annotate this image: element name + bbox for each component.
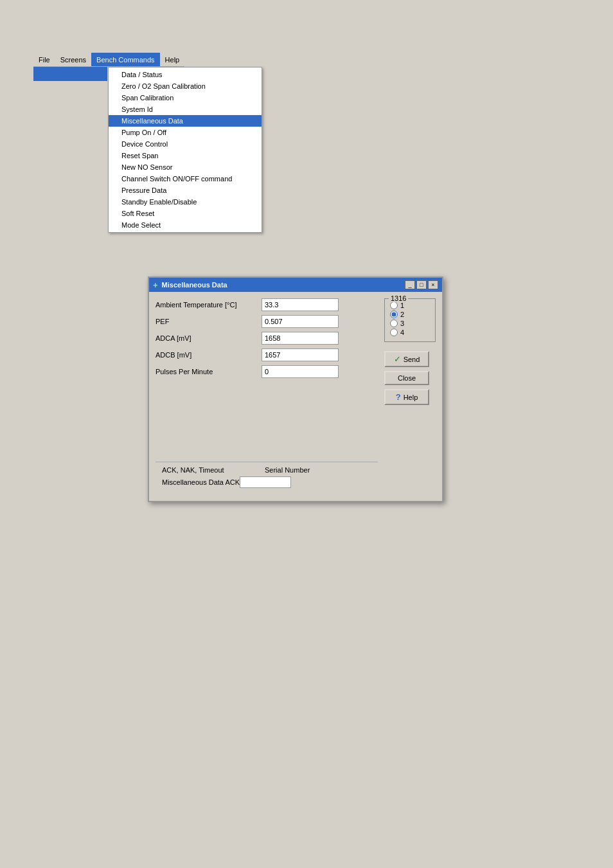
dropdown-menu: Data / Status Zero / O2 Span Calibration… xyxy=(108,67,262,233)
close-window-button[interactable]: × xyxy=(428,280,438,289)
adca-input[interactable] xyxy=(262,332,339,345)
menu-item-new-no-sensor[interactable]: New NO Sensor xyxy=(109,161,262,173)
pef-input[interactable] xyxy=(262,315,339,328)
menu-item-standby[interactable]: Standby Enable/Disable xyxy=(109,196,262,208)
help-label: Help xyxy=(404,393,418,401)
adca-label: ADCA [mV] xyxy=(155,334,262,342)
channel-radio-1: 1 xyxy=(390,302,430,309)
misc-ack-row: Miscellaneous Data ACK xyxy=(162,476,371,488)
menu-screens[interactable]: Screens xyxy=(55,53,91,66)
close-label: Close xyxy=(398,374,416,382)
adcb-input[interactable] xyxy=(262,348,339,361)
menu-item-system-id[interactable]: System Id xyxy=(109,104,262,115)
dialog-title: + Miscellaneous Data xyxy=(153,280,227,290)
send-label: Send xyxy=(404,356,420,363)
adcb-row: ADCB [mV] xyxy=(155,348,378,361)
channel-group: 1316 1 2 3 4 xyxy=(384,298,436,342)
close-button[interactable]: Close xyxy=(384,371,429,385)
spacer xyxy=(155,382,378,459)
ambient-temp-row: Ambient Temperature [°C] xyxy=(155,298,378,311)
pef-label: PEF xyxy=(155,318,262,325)
channel-group-title: 1316 xyxy=(389,294,408,302)
adca-row: ADCA [mV] xyxy=(155,332,378,345)
restore-button[interactable]: □ xyxy=(416,280,427,289)
channel-radio-input-2[interactable] xyxy=(390,311,398,318)
menu-item-pressure-data[interactable]: Pressure Data xyxy=(109,185,262,196)
minimize-button[interactable]: _ xyxy=(405,280,415,289)
dialog-titlebar: + Miscellaneous Data _ □ × xyxy=(149,278,442,292)
help-button[interactable]: ? Help xyxy=(384,389,429,405)
menu-item-mode-select[interactable]: Mode Select xyxy=(109,219,262,231)
channel-radio-label-3: 3 xyxy=(400,320,404,327)
channel-radio-input-4[interactable] xyxy=(390,329,398,336)
pulses-per-min-label: Pulses Per Minute xyxy=(155,368,262,375)
menu-help[interactable]: Help xyxy=(160,53,185,66)
menu-bench-commands[interactable]: Bench Commands xyxy=(91,53,160,66)
channel-radio-label-4: 4 xyxy=(400,329,404,336)
checkmark-icon: ✓ xyxy=(394,354,401,364)
misc-ack-input[interactable] xyxy=(240,476,291,488)
menu-item-zero-o2-span[interactable]: Zero / O2 Span Calibration xyxy=(109,80,262,92)
serial-number-label: Serial Number xyxy=(265,466,310,474)
title-plus-icon: + xyxy=(153,280,158,290)
dialog-body: Ambient Temperature [°C] PEF ADCA [mV] A… xyxy=(149,292,442,501)
send-button[interactable]: ✓ Send xyxy=(384,351,429,367)
menu-file[interactable]: File xyxy=(33,53,55,66)
dialog-title-text: Miscellaneous Data xyxy=(162,281,227,289)
channel-radio-4: 4 xyxy=(390,329,430,336)
channel-radio-3: 3 xyxy=(390,320,430,327)
miscellaneous-data-dialog: + Miscellaneous Data _ □ × Ambient Tempe… xyxy=(148,276,443,502)
channel-radio-input-3[interactable] xyxy=(390,320,398,327)
misc-ack-label: Miscellaneous Data ACK xyxy=(162,478,240,486)
adcb-label: ADCB [mV] xyxy=(155,351,262,359)
menu-item-device-control[interactable]: Device Control xyxy=(109,138,262,150)
channel-radio-input-1[interactable] xyxy=(390,302,398,309)
menu-item-misc-data[interactable]: Miscellaneous Data xyxy=(109,115,262,127)
menu-item-pump-on-off[interactable]: Pump On / Off xyxy=(109,127,262,138)
channel-radio-2: 2 xyxy=(390,311,430,318)
pulses-per-min-row: Pulses Per Minute xyxy=(155,365,378,378)
dialog-sidebar: 1316 1 2 3 4 ✓ xyxy=(384,298,436,494)
pulses-per-min-input[interactable] xyxy=(262,365,339,378)
channel-radio-label-1: 1 xyxy=(400,302,404,309)
dialog-form-area: Ambient Temperature [°C] PEF ADCA [mV] A… xyxy=(155,298,378,494)
dialog-window-controls: _ □ × xyxy=(405,280,438,289)
dialog-footer: ACK, NAK, Timeout Serial Number Miscella… xyxy=(155,462,378,494)
sidebar-highlight xyxy=(33,67,107,81)
menu-item-reset-span[interactable]: Reset Span xyxy=(109,150,262,161)
menu-item-channel-switch[interactable]: Channel Switch ON/OFF command xyxy=(109,173,262,185)
channel-radio-label-2: 2 xyxy=(400,311,404,318)
pef-row: PEF xyxy=(155,315,378,328)
ambient-temp-input[interactable] xyxy=(262,298,339,311)
menu-item-span-calibration[interactable]: Span Calibration xyxy=(109,92,262,104)
menu-item-soft-reset[interactable]: Soft Reset xyxy=(109,208,262,219)
ack-nak-label: ACK, NAK, Timeout xyxy=(162,466,239,474)
ack-nak-row: ACK, NAK, Timeout Serial Number xyxy=(162,466,371,474)
ambient-temp-label: Ambient Temperature [°C] xyxy=(155,301,262,309)
menu-item-data-status[interactable]: Data / Status xyxy=(109,69,262,80)
question-mark-icon: ? xyxy=(396,392,401,402)
